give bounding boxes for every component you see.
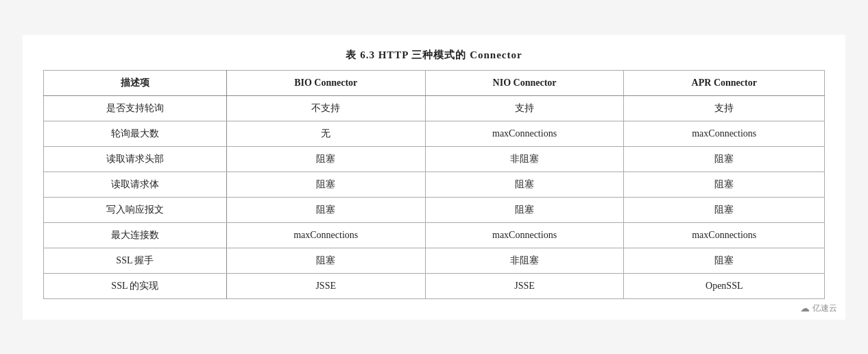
table-row: 读取请求体阻塞阻塞阻塞 [44,172,825,197]
table-header-1: BIO Connector [226,70,425,95]
table-cell-5-0: 最大连接数 [44,222,227,248]
table-cell-0-1: 不支持 [226,95,425,121]
table-row: 是否支持轮询不支持支持支持 [44,95,825,121]
page-container: 表 6.3 HTTP 三种模式的 Connector 描述项BIO Connec… [23,35,845,320]
table-cell-3-0: 读取请求体 [44,172,227,197]
table-row: 最大连接数maxConnectionsmaxConnectionsmaxConn… [44,222,825,248]
table-cell-5-1: maxConnections [226,222,425,248]
table-cell-4-2: 阻塞 [425,197,624,222]
watermark-icon: ☁ [800,303,810,314]
table-cell-1-2: maxConnections [425,121,624,146]
table-cell-7-1: JSSE [226,273,425,298]
table-cell-6-3: 阻塞 [624,248,825,273]
table-header-3: APR Connector [624,70,825,95]
table-row: SSL 握手阻塞非阻塞阻塞 [44,248,825,273]
table-row: 写入响应报文阻塞阻塞阻塞 [44,197,825,222]
watermark: ☁ 亿速云 [800,303,837,314]
table-title: 表 6.3 HTTP 三种模式的 Connector [43,49,825,62]
table-cell-6-0: SSL 握手 [44,248,227,273]
table-row: SSL 的实现JSSEJSSEOpenSSL [44,273,825,298]
table-cell-7-2: JSSE [425,273,624,298]
table-cell-0-0: 是否支持轮询 [44,95,227,121]
table-cell-7-0: SSL 的实现 [44,273,227,298]
table-cell-5-3: maxConnections [624,222,825,248]
watermark-text: 亿速云 [812,303,837,314]
table-header-row: 描述项BIO ConnectorNIO ConnectorAPR Connect… [44,70,825,95]
table-cell-2-3: 阻塞 [624,146,825,172]
table-row: 轮询最大数无maxConnectionsmaxConnections [44,121,825,146]
table-cell-2-0: 读取请求头部 [44,146,227,172]
table-header-2: NIO Connector [425,70,624,95]
table-cell-6-1: 阻塞 [226,248,425,273]
table-cell-1-3: maxConnections [624,121,825,146]
table-cell-3-3: 阻塞 [624,172,825,197]
table-cell-4-3: 阻塞 [624,197,825,222]
table-cell-7-3: OpenSSL [624,273,825,298]
table-cell-4-0: 写入响应报文 [44,197,227,222]
table-header-0: 描述项 [44,70,227,95]
table-cell-1-1: 无 [226,121,425,146]
table-cell-1-0: 轮询最大数 [44,121,227,146]
table-cell-3-1: 阻塞 [226,172,425,197]
table-cell-3-2: 阻塞 [425,172,624,197]
table-cell-0-3: 支持 [624,95,825,121]
data-table: 描述项BIO ConnectorNIO ConnectorAPR Connect… [43,70,825,299]
table-row: 读取请求头部阻塞非阻塞阻塞 [44,146,825,172]
table-body: 是否支持轮询不支持支持支持轮询最大数无maxConnectionsmaxConn… [44,95,825,298]
table-cell-2-2: 非阻塞 [425,146,624,172]
table-cell-5-2: maxConnections [425,222,624,248]
table-cell-4-1: 阻塞 [226,197,425,222]
table-cell-2-1: 阻塞 [226,146,425,172]
table-cell-6-2: 非阻塞 [425,248,624,273]
table-cell-0-2: 支持 [425,95,624,121]
